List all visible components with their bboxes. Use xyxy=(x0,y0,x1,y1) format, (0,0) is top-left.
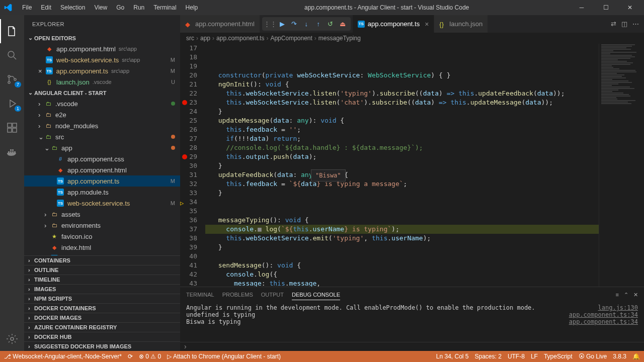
open-editor-item[interactable]: ◆app.component.htmlsrc\app xyxy=(24,43,180,54)
sidebar-panel-docker-containers[interactable]: DOCKER CONTAINERS xyxy=(24,303,180,313)
sidebar-header: EXPLORER xyxy=(24,15,180,33)
hover-tooltip: "Biswa" xyxy=(311,169,346,182)
status-eol[interactable]: LF xyxy=(531,353,538,360)
breadcrumb-item[interactable]: app.component.ts xyxy=(216,35,264,42)
svg-rect-6 xyxy=(8,128,12,132)
tree-item[interactable]: ⌄🗀src xyxy=(24,131,180,142)
panel-input-chevron[interactable]: › xyxy=(180,342,644,351)
menu-edit[interactable]: Edit xyxy=(37,2,55,13)
open-editor-item[interactable]: TSweb-socket.service.tssrc\appM xyxy=(24,54,180,65)
tab-launch-json[interactable]: {}launch.json xyxy=(434,15,488,33)
window-minimize[interactable]: ─ xyxy=(572,4,592,11)
menu-go[interactable]: Go xyxy=(112,2,128,13)
activity-docker[interactable] xyxy=(0,140,24,164)
menu-help[interactable]: Help xyxy=(182,2,202,13)
open-editor-item[interactable]: ×TSapp.component.tssrc\appM xyxy=(24,65,180,76)
debug-step-out[interactable]: ↑ xyxy=(313,19,324,29)
tree-item[interactable]: ⌄🗀app xyxy=(24,142,180,153)
debug-step-over[interactable]: ↷ xyxy=(289,19,299,29)
svg-point-1 xyxy=(8,75,10,77)
tree-item[interactable]: TSapp.component.tsM xyxy=(24,175,180,187)
panel-close-icon[interactable]: ✕ xyxy=(633,292,638,298)
tree-item[interactable]: ›🗀e2e xyxy=(24,109,180,120)
status-position[interactable]: Ln 34, Col 5 xyxy=(436,353,469,360)
sidebar-panel-docker-hub[interactable]: DOCKER HUB xyxy=(24,332,180,341)
code-editor[interactable]: 1718192021222324252627282930313233▷34353… xyxy=(180,44,599,287)
sidebar-panel-npm-scripts[interactable]: NPM SCRIPTS xyxy=(24,294,180,303)
activity-explorer[interactable] xyxy=(0,19,24,43)
close-icon[interactable]: × xyxy=(425,20,429,28)
debug-continue[interactable]: ▶ xyxy=(277,19,287,29)
sidebar-panel-suggested-docker-hub-images[interactable]: SUGGESTED DOCKER HUB IMAGES xyxy=(24,341,180,351)
status-golive[interactable]: ⦿ Go Live xyxy=(579,353,607,360)
compare-icon[interactable]: ⇄ xyxy=(611,20,616,28)
window-close[interactable]: ✕ xyxy=(620,4,640,11)
open-editor-item[interactable]: {}launch.json.vscodeU xyxy=(24,76,180,87)
tree-item[interactable]: ◆index.html xyxy=(24,242,180,253)
tree-item[interactable]: ›🗀environments xyxy=(24,220,180,231)
status-encoding[interactable]: UTF-8 xyxy=(508,353,525,360)
activity-search[interactable] xyxy=(0,43,24,67)
activity-settings[interactable] xyxy=(0,327,24,351)
activity-debug[interactable]: 1 xyxy=(0,92,24,116)
tree-item[interactable]: #app.component.css xyxy=(24,153,180,164)
breadcrumb-item[interactable]: src xyxy=(186,35,194,42)
status-language[interactable]: TypeScript xyxy=(544,353,573,360)
sidebar: EXPLORER ⌄OPEN EDITORS ◆app.component.ht… xyxy=(24,15,180,351)
debug-disconnect[interactable]: ⏏ xyxy=(338,19,348,29)
tab-app-component-ts[interactable]: TSapp.component.ts× xyxy=(353,15,435,33)
tree-item[interactable]: ★favicon.ico xyxy=(24,231,180,242)
panel-filter-icon[interactable]: ≡ xyxy=(616,292,619,298)
panel-tab-debug-console[interactable]: DEBUG CONSOLE xyxy=(292,290,340,300)
sidebar-panel-outline[interactable]: OUTLINE xyxy=(24,265,180,275)
sidebar-panel-containers[interactable]: CONTAINERS xyxy=(24,255,180,265)
menu-selection[interactable]: Selection xyxy=(56,2,89,13)
panel: TERMINALPROBLEMSOUTPUTDEBUG CONSOLE ≡ ⌃ … xyxy=(180,287,644,342)
sidebar-panel-timeline[interactable]: TIMELINE xyxy=(24,275,180,284)
panel-tab-terminal[interactable]: TERMINAL xyxy=(186,290,214,300)
status-sync[interactable]: ⟳ xyxy=(128,353,133,360)
tree-item[interactable]: ◆app.component.html xyxy=(24,164,180,175)
sidebar-panel-images[interactable]: IMAGES xyxy=(24,284,180,294)
debug-grip-icon[interactable]: ⋮⋮ xyxy=(265,19,275,29)
split-editor-icon[interactable]: ◫ xyxy=(621,20,627,28)
status-spaces[interactable]: Spaces: 2 xyxy=(475,353,502,360)
debug-console-output[interactable]: Angular is running in the development mo… xyxy=(180,302,644,342)
status-bell-icon[interactable]: 🔔 xyxy=(632,353,640,360)
panel-tab-problems[interactable]: PROBLEMS xyxy=(222,290,253,300)
tree-item[interactable]: TSapp.module.ts xyxy=(24,187,180,198)
activity-extensions[interactable] xyxy=(0,116,24,140)
project-section[interactable]: ⌄ANGULAR CLIENT - START xyxy=(24,87,180,98)
tab-app-component-html[interactable]: ◆app.component.html xyxy=(180,15,260,33)
status-branch[interactable]: ⎇ Websocket-Angular-client,-Node-Server* xyxy=(4,353,122,360)
window-maximize[interactable]: ☐ xyxy=(596,4,616,11)
minimap[interactable] xyxy=(599,44,644,287)
breadcrumb-item[interactable]: messageTyping xyxy=(318,35,361,42)
status-debug-target[interactable]: ▷ Attach to Chrome (Angular Client - sta… xyxy=(167,353,281,360)
breadcrumb-item[interactable]: app xyxy=(200,35,210,42)
status-version[interactable]: 3.8.3 xyxy=(613,353,626,360)
status-problems[interactable]: ⊗ 0 ⚠ 0 xyxy=(139,353,161,360)
menu-view[interactable]: View xyxy=(90,2,111,13)
debug-step-into[interactable]: ↓ xyxy=(301,19,311,29)
sidebar-panel-docker-images[interactable]: DOCKER IMAGES xyxy=(24,313,180,322)
more-icon[interactable]: ⋯ xyxy=(632,20,639,28)
menu-file[interactable]: File xyxy=(18,2,36,13)
window-title: app.component.ts - Angular Client - star… xyxy=(202,4,572,11)
menu-terminal[interactable]: Terminal xyxy=(149,2,180,13)
sidebar-panel-azure-container-registry[interactable]: AZURE CONTAINER REGISTRY xyxy=(24,322,180,332)
debug-restart[interactable]: ↺ xyxy=(326,19,336,29)
panel-tab-output[interactable]: OUTPUT xyxy=(261,290,284,300)
svg-rect-5 xyxy=(13,123,17,127)
activity-scm[interactable]: 7 xyxy=(0,67,24,92)
open-editors-section[interactable]: ⌄OPEN EDITORS xyxy=(24,33,180,43)
tree-item[interactable]: ›🗀assets xyxy=(24,209,180,220)
tree-item[interactable]: TSweb-socket.service.tsM xyxy=(24,198,180,209)
breadcrumbs[interactable]: src›app›app.component.ts›AppComponent›me… xyxy=(180,33,644,44)
breadcrumb-item[interactable]: AppComponent xyxy=(270,35,312,42)
menu-run[interactable]: Run xyxy=(129,2,148,13)
panel-collapse-icon[interactable]: ⌃ xyxy=(624,292,628,298)
tree-item[interactable]: ›🗀node_modules xyxy=(24,120,180,131)
debug-badge: 1 xyxy=(15,106,21,112)
tree-item[interactable]: ›🗀.vscode xyxy=(24,98,180,109)
